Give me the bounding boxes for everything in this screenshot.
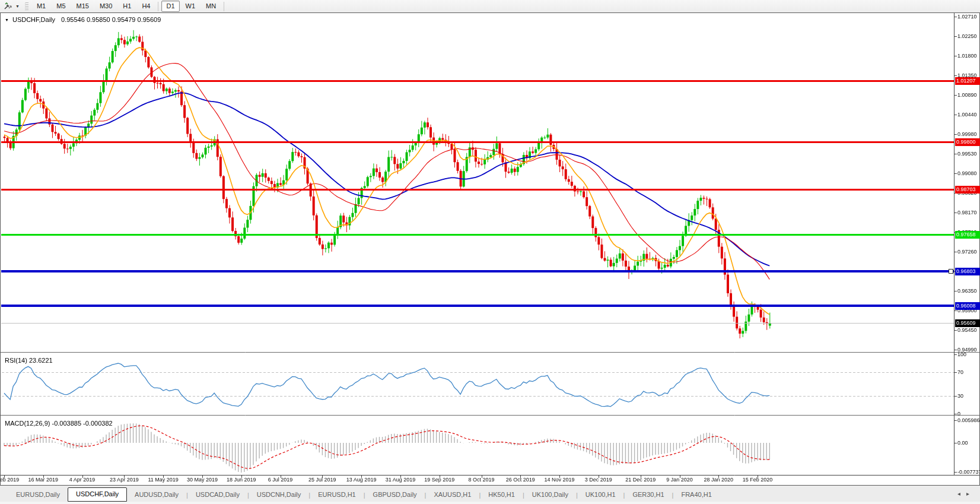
hline-price-label: 0.96803 (955, 268, 980, 275)
hline-price-label: 0.97658 (955, 231, 980, 239)
date-axis-label: 23 Apr 2019 (104, 477, 144, 483)
hline-price-label: 0.98703 (955, 186, 980, 194)
chart-canvas[interactable] (0, 0, 980, 504)
macd-axis-label: -0.007737 (957, 469, 980, 475)
date-axis-label: 16 Mar 2019 (23, 477, 63, 483)
date-axis-label: 18 Jun 2019 (221, 477, 262, 483)
hline-0.97658[interactable] (1, 234, 954, 236)
date-axis-label: 26 Oct 2019 (500, 477, 540, 483)
hline-0.96803[interactable] (1, 270, 954, 272)
current-price-label: 0.95609 (955, 319, 980, 327)
hline-price-label: 0.99800 (955, 138, 980, 146)
price-tick-label: 0.96350 (957, 288, 977, 294)
tab-scroll-arrows: ◂▸ (957, 490, 975, 497)
date-axis-label: 19 Sep 2019 (419, 477, 460, 483)
hline-0.96008[interactable] (1, 305, 954, 307)
price-tick-label: 1.00440 (957, 112, 977, 118)
price-tick-label: 0.95450 (957, 327, 977, 333)
date-axis-label: 8 Oct 2019 (462, 477, 502, 483)
price-tick-label: 1.02710 (957, 14, 977, 20)
current-price-line (1, 323, 954, 324)
macd-axis-label: 0.005986 (957, 417, 980, 423)
price-tick-label: 0.99980 (957, 131, 977, 137)
hline-price-label: 1.01207 (955, 77, 980, 85)
date-axis-label: 30 May 2019 (182, 477, 222, 483)
date-axis-label: 13 Aug 2019 (341, 477, 381, 483)
ohlc-values: 0.95546 0.95850 0.95479 0.95609 (61, 16, 161, 23)
hline-0.98703[interactable] (1, 189, 954, 191)
date-axis-label: 4 Apr 2019 (62, 477, 103, 483)
date-axis-label: 9 Jan 2020 (660, 477, 700, 483)
rsi-axis-label: 70 (957, 369, 963, 375)
rsi-axis-label: 0 (957, 411, 960, 417)
macd-label: MACD(12,26,9) -0.003885 -0.000382 (5, 420, 113, 427)
hline-handle[interactable] (949, 269, 953, 274)
date-axis-label: 6 Jul 2019 (260, 477, 301, 483)
price-tick-label: 1.00890 (957, 92, 977, 98)
tab-scroll-right-icon[interactable]: ▸ (966, 490, 975, 497)
date-axis-label: 3 Dec 2019 (578, 477, 619, 483)
price-tick-label: 1.01800 (957, 53, 977, 59)
hline-price-label: 0.96008 (955, 302, 980, 310)
tab-scroll-left-icon[interactable]: ◂ (957, 490, 966, 497)
price-tick-label: 0.99080 (957, 170, 977, 176)
rsi-axis-label: 30 (957, 393, 963, 399)
date-axis-label: 25 Jul 2019 (302, 477, 342, 483)
macd-axis-label: 0.00 (957, 440, 968, 446)
date-axis-label: 28 Jan 2020 (698, 477, 739, 483)
date-axis-label: 14 Nov 2019 (539, 477, 580, 483)
date-axis-label: 15 Feb 2020 (737, 477, 778, 483)
price-tick-label: 1.02250 (957, 33, 977, 39)
hline-0.99800[interactable] (1, 141, 954, 143)
date-axis-label: 11 May 2019 (143, 477, 183, 483)
date-axis-label: 26 Feb 2019 (0, 477, 24, 483)
chart-title: ▼ USDCHF,Daily 0.95546 0.95850 0.95479 0… (5, 16, 161, 23)
date-axis-label: 21 Dec 2019 (621, 477, 661, 483)
rsi-label: RSI(14) 23.6221 (5, 357, 53, 364)
rsi-axis-label: 100 (957, 351, 966, 357)
symbol-label: USDCHF,Daily (12, 16, 55, 23)
price-tick-label: 0.99530 (957, 151, 977, 157)
hline-1.01207[interactable] (1, 80, 954, 82)
price-tick-label: 0.97260 (957, 249, 977, 255)
price-tick-label: 0.98170 (957, 210, 977, 215)
chart-menu-arrow-icon[interactable]: ▼ (5, 18, 9, 22)
date-axis-label: 31 Aug 2019 (380, 477, 421, 483)
